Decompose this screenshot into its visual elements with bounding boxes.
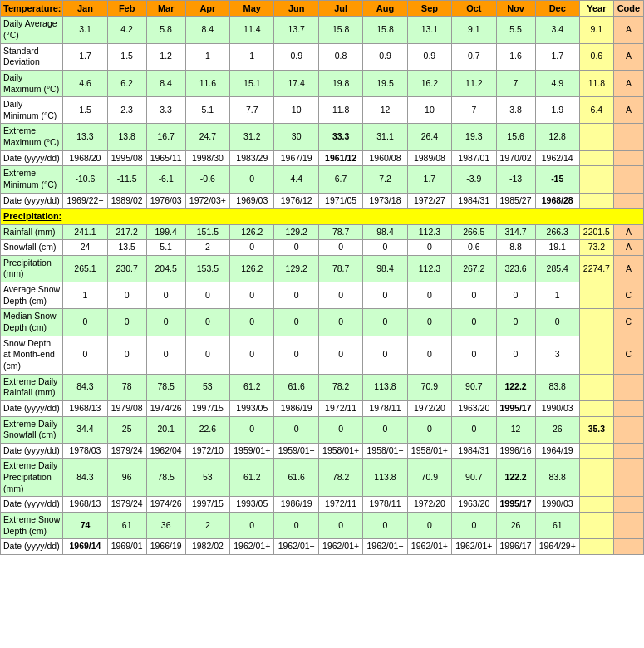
table-cell: 0 [107, 282, 146, 309]
table-cell: 1958/01+ [407, 443, 451, 459]
table-cell: 24 [63, 240, 107, 256]
table-cell: 1978/11 [363, 497, 407, 513]
table-cell: 1961/12 [318, 150, 362, 166]
table-cell: 0 [452, 416, 496, 443]
table-cell: 9.1 [452, 17, 496, 43]
table-cell: 217.2 [107, 224, 146, 240]
climate-table: Temperature: Jan Feb Mar Apr May Jun Jul… [0, 0, 644, 555]
table-cell: 0 [274, 513, 318, 539]
table-cell: 113.8 [363, 459, 407, 497]
col-may: May [230, 1, 274, 17]
table-cell: 266.5 [452, 224, 496, 240]
table-cell [613, 539, 643, 555]
table-cell [579, 193, 613, 209]
table-cell: 13.5 [107, 240, 146, 256]
table-cell: 126.2 [230, 224, 274, 240]
table-cell: 15.1 [230, 70, 274, 96]
table-cell: 1972/27 [407, 193, 451, 209]
table-cell: 2274.7 [579, 255, 613, 282]
table-cell: 0 [407, 309, 451, 336]
table-cell: 6.2 [107, 70, 146, 96]
table-cell: 285.4 [535, 255, 579, 282]
table-cell [579, 336, 613, 374]
table-cell: -0.6 [185, 166, 229, 193]
table-cell: 83.8 [535, 459, 579, 497]
table-cell: 4.4 [274, 166, 318, 193]
table-cell: 0 [230, 309, 274, 336]
table-cell: 1967/19 [274, 150, 318, 166]
table-cell: 25 [107, 416, 146, 443]
table-cell: 78.5 [146, 459, 185, 497]
table-cell: 0 [407, 282, 451, 309]
table-cell: 0 [363, 282, 407, 309]
table-cell: 0 [318, 336, 362, 374]
table-cell: 1964/19 [535, 443, 579, 459]
table-cell: 1962/01+ [452, 539, 496, 555]
table-cell: 0 [274, 309, 318, 336]
row-label: Date (yyyy/dd) [1, 443, 63, 459]
table-cell: 1.6 [496, 43, 535, 70]
table-cell: A [613, 43, 643, 70]
table-cell [613, 443, 643, 459]
table-cell: 0 [63, 309, 107, 336]
table-cell [613, 166, 643, 193]
table-cell: 1986/19 [274, 400, 318, 416]
table-cell: 0 [452, 513, 496, 539]
table-cell: -3.9 [452, 166, 496, 193]
table-cell: 1958/01+ [363, 443, 407, 459]
table-cell: 61 [535, 513, 579, 539]
table-cell: 1.7 [407, 166, 451, 193]
table-cell: 61.6 [274, 459, 318, 497]
table-cell: C [613, 309, 643, 336]
table-cell: -11.5 [107, 166, 146, 193]
table-cell: 1978/11 [363, 400, 407, 416]
table-cell: 13.8 [107, 124, 146, 150]
table-cell: 1996/17 [496, 539, 535, 555]
table-cell: 1.7 [63, 43, 107, 70]
row-label: Rainfall (mm) [1, 224, 63, 240]
table-cell: 266.3 [535, 224, 579, 240]
table-cell: 0 [318, 309, 362, 336]
table-cell: 267.2 [452, 255, 496, 282]
table-cell: 1958/01+ [318, 443, 362, 459]
table-cell: 0 [452, 309, 496, 336]
table-cell: 1997/15 [185, 400, 229, 416]
row-label: Precipitation (mm) [1, 255, 63, 282]
table-cell: 84.3 [63, 459, 107, 497]
table-cell: 78.2 [318, 374, 362, 400]
table-cell: 0 [107, 336, 146, 374]
table-cell: 0 [185, 309, 229, 336]
table-cell: 1995/08 [107, 150, 146, 166]
col-dec: Dec [535, 1, 579, 17]
table-cell: 20.1 [146, 416, 185, 443]
table-cell: 1965/11 [146, 150, 185, 166]
table-cell: 1995/17 [496, 400, 535, 416]
row-label: Extreme Daily Precipitation (mm) [1, 459, 63, 497]
table-cell: 3.8 [496, 97, 535, 124]
table-cell: 84.3 [63, 374, 107, 400]
table-cell: 0 [230, 282, 274, 309]
table-cell: 1984/31 [452, 443, 496, 459]
table-cell: 70.9 [407, 374, 451, 400]
table-cell: 0 [274, 240, 318, 256]
table-cell: 0 [185, 282, 229, 309]
table-cell: 1982/02 [185, 539, 229, 555]
table-cell: 1962/01+ [230, 539, 274, 555]
table-cell: 1969/03 [230, 193, 274, 209]
col-feb: Feb [107, 1, 146, 17]
table-cell: 1969/14 [63, 539, 107, 555]
table-cell: 0 [496, 309, 535, 336]
table-cell: 1983/29 [230, 150, 274, 166]
row-label: Extreme Minimum (°C) [1, 166, 63, 193]
table-cell: 1.5 [107, 43, 146, 70]
table-cell [613, 416, 643, 443]
table-cell: 0 [318, 240, 362, 256]
table-cell: 0.6 [579, 43, 613, 70]
col-jul: Jul [318, 1, 362, 17]
table-cell: 3.3 [146, 97, 185, 124]
table-cell: 0 [230, 513, 274, 539]
table-cell: 1972/20 [407, 400, 451, 416]
table-cell: 15.6 [496, 124, 535, 150]
table-cell: 1 [535, 282, 579, 309]
table-cell: 53 [185, 374, 229, 400]
